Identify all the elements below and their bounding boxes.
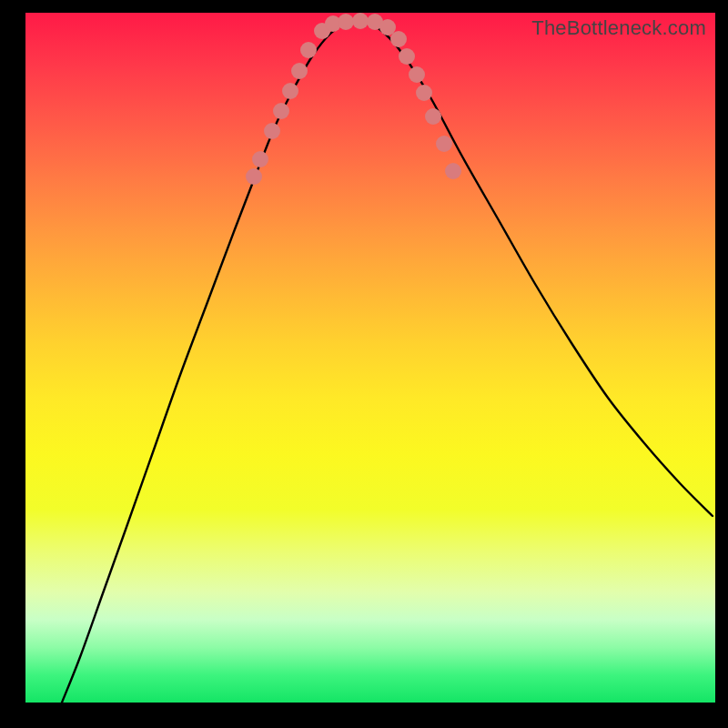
curve-marker <box>352 13 369 29</box>
curve-marker <box>409 66 425 83</box>
curve-marker <box>425 108 441 125</box>
curve-marker <box>399 48 415 65</box>
curve-marker <box>264 123 280 139</box>
curve-marker <box>390 31 407 47</box>
curve-marker <box>246 168 262 185</box>
curve-marker <box>273 103 289 119</box>
curve-marker <box>291 63 308 79</box>
plot-area: TheBottleneck.com <box>25 13 715 703</box>
bottleneck-curve <box>62 20 713 703</box>
curve-markers <box>246 13 461 185</box>
curve-marker <box>282 83 298 99</box>
curve-marker <box>416 85 432 101</box>
curve-marker <box>436 136 452 152</box>
curve-marker <box>338 14 354 30</box>
curve-marker <box>252 151 268 167</box>
curve-layer <box>25 13 715 703</box>
chart-frame: TheBottleneck.com <box>0 0 728 728</box>
curve-marker <box>300 42 317 58</box>
curve-marker <box>445 163 461 179</box>
